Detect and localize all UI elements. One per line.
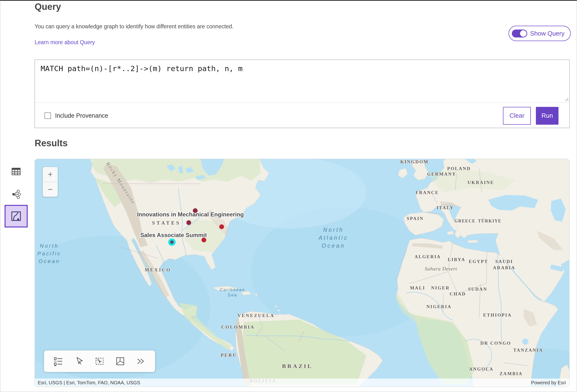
page-description: You can query a knowledge graph to ident… — [35, 23, 233, 30]
toggle-switch-icon[interactable] — [512, 30, 527, 37]
select-rectangle-tool-button[interactable] — [94, 356, 105, 366]
table-icon — [11, 167, 21, 176]
zoom-in-button[interactable]: + — [43, 167, 58, 182]
include-provenance-label: Include Provenance — [55, 112, 108, 119]
query-panel: MATCH path=(n)-[r*..2]->(m) return path,… — [35, 60, 570, 128]
select-polygon-icon — [115, 356, 125, 366]
select-polygon-tool-button[interactable] — [115, 356, 125, 366]
map-view-button-selected[interactable] — [4, 205, 28, 228]
query-textarea[interactable]: MATCH path=(n)-[r*..2]->(m) return path,… — [35, 60, 569, 103]
double-chevron-right-icon — [136, 356, 146, 366]
legend-icon — [53, 356, 63, 366]
results-title: Results — [35, 138, 68, 148]
show-query-toggle[interactable]: Show Query — [508, 26, 571, 41]
select-rectangle-icon — [95, 356, 105, 366]
query-page: Query You can query a knowledge graph to… — [0, 0, 577, 392]
attribution-sources: Esri, USGS | Esri, TomTom, FAO, NOAA, US… — [38, 380, 140, 386]
learn-more-link[interactable]: Learn more about Query — [35, 39, 95, 46]
result-marker[interactable] — [201, 237, 206, 242]
result-marker[interactable] — [219, 224, 224, 229]
legend-button[interactable] — [53, 356, 64, 366]
pointer-tool-button[interactable] — [73, 356, 84, 366]
cursor-icon — [74, 356, 84, 366]
result-marker[interactable] — [193, 208, 198, 213]
query-panel-footer: Include Provenance Clear Run — [35, 103, 569, 128]
map-toolbar — [44, 351, 155, 372]
toolbar-expand-button[interactable] — [136, 356, 146, 366]
include-provenance-checkbox[interactable] — [44, 112, 51, 119]
run-button[interactable]: Run — [536, 107, 558, 125]
attribution-powered-by: Powered by Esri — [531, 380, 566, 386]
map-attribution: Esri, USGS | Esri, TomTom, FAO, NOAA, US… — [35, 379, 569, 387]
results-map[interactable]: Innovations in Mechanical EngineeringSal… — [35, 159, 570, 387]
graph-view-button[interactable] — [11, 190, 21, 199]
show-query-toggle-label: Show Query — [530, 30, 565, 37]
table-view-button[interactable] — [11, 167, 21, 176]
result-marker-selected[interactable] — [168, 238, 176, 246]
result-marker[interactable] — [186, 220, 191, 225]
map-icon — [11, 211, 22, 222]
clear-button[interactable]: Clear — [503, 107, 531, 125]
page-title: Query — [35, 2, 61, 12]
map-zoom-control: + − — [43, 167, 58, 197]
link-chart-icon — [11, 190, 21, 199]
zoom-out-button[interactable]: − — [43, 182, 58, 197]
